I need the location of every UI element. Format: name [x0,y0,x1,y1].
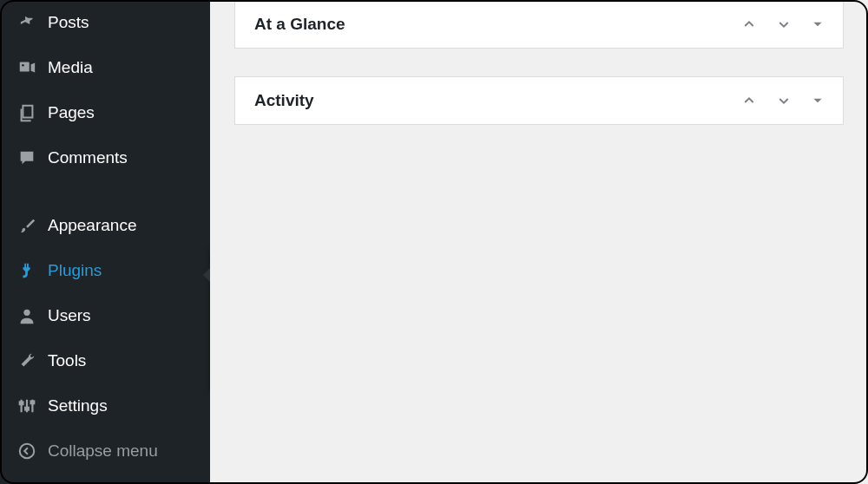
pages-icon [15,103,39,122]
sidebar-item-users[interactable]: Users [3,293,210,338]
svg-rect-0 [20,62,30,72]
widget-controls [742,17,824,31]
plug-icon [15,261,39,280]
sidebar-item-label: Users [48,306,91,325]
sidebar-item-label: Plugins [48,261,102,280]
comment-icon [15,148,39,167]
wrench-icon [15,351,39,370]
menu-separator [3,180,210,203]
toggle-icon[interactable] [812,95,824,107]
admin-sidebar: Posts Media Pages Comments Appearance Pl… [0,0,210,484]
sidebar-item-label: Media [48,58,93,77]
pin-icon [15,13,39,32]
sidebar-collapse[interactable]: Collapse menu [3,428,210,474]
widget-title: At a Glance [254,15,345,34]
widget-at-a-glance: At a Glance [234,0,844,49]
svg-rect-6 [31,402,35,404]
svg-point-7 [20,444,35,459]
user-icon [15,306,39,325]
widget-title: Activity [254,91,314,110]
svg-point-1 [22,64,24,67]
widget-activity: Activity [234,76,844,125]
brush-icon [15,216,39,235]
submenu-arrow [203,268,210,282]
move-up-icon[interactable] [742,94,756,108]
move-up-icon[interactable] [742,17,756,31]
sidebar-item-label: Appearance [48,216,136,235]
sidebar-item-pages[interactable]: Pages [3,90,210,135]
svg-rect-4 [20,402,23,404]
sliders-icon [15,396,39,415]
sidebar-item-tools[interactable]: Tools [3,338,210,383]
sidebar-item-label: Pages [48,103,95,122]
sidebar-item-label: Comments [48,148,128,167]
sidebar-item-settings[interactable]: Settings [3,383,210,428]
dashboard-content: At a Glance Activity [210,0,868,484]
move-down-icon[interactable] [777,94,791,108]
sidebar-item-label: Settings [48,396,108,415]
collapse-icon [15,441,39,461]
toggle-icon[interactable] [812,18,824,30]
sidebar-item-posts[interactable]: Posts [3,0,210,45]
svg-rect-5 [25,408,29,410]
sidebar-item-label: Tools [48,351,86,370]
sidebar-collapse-label: Collapse menu [48,441,158,461]
svg-rect-2 [23,106,32,118]
svg-point-3 [23,310,30,316]
move-down-icon[interactable] [777,17,791,31]
sidebar-item-comments[interactable]: Comments [3,135,210,180]
widget-controls [742,94,824,108]
media-icon [15,58,39,77]
sidebar-item-media[interactable]: Media [3,45,210,90]
sidebar-item-appearance[interactable]: Appearance [3,203,210,248]
sidebar-item-label: Posts [48,13,89,32]
sidebar-item-plugins[interactable]: Plugins [3,248,210,293]
